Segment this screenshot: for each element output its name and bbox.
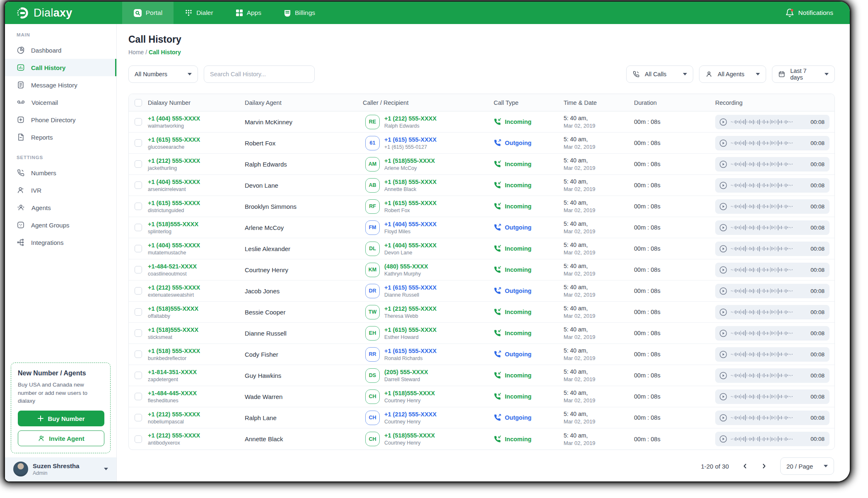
caller-number: +1 (212) 555-XXXX	[384, 411, 436, 418]
recording-duration: 00:08	[810, 161, 825, 167]
dialaxy-logo-icon	[17, 6, 31, 20]
recording-player[interactable]: 00:08	[715, 389, 829, 404]
agents-filter-dropdown[interactable]: All Agents	[699, 65, 766, 83]
waveform	[731, 372, 807, 378]
next-page-button[interactable]	[757, 459, 771, 473]
row-checkbox[interactable]	[135, 329, 142, 337]
play-icon[interactable]	[719, 287, 727, 295]
prev-page-button[interactable]	[738, 459, 752, 473]
recording-player[interactable]: 00:08	[715, 411, 829, 425]
date-range-filter-dropdown[interactable]: Last 7 days	[772, 65, 835, 83]
nav-tab-billings[interactable]: Billings	[272, 2, 326, 24]
sidebar-item-reports[interactable]: Reports	[5, 128, 116, 146]
recording-player[interactable]: 00:08	[715, 136, 829, 150]
sidebar-item-agent-groups[interactable]: Agent Groups	[5, 216, 116, 234]
table-row: +1 (212) 555-XXXX antibodyxerox Annette …	[129, 428, 834, 450]
play-icon[interactable]	[719, 139, 727, 147]
recording-player[interactable]: 00:08	[715, 284, 829, 298]
recording-player[interactable]: 00:08	[715, 157, 829, 172]
recording-player[interactable]: 00:08	[715, 242, 829, 256]
row-checkbox[interactable]	[135, 372, 142, 379]
search-input[interactable]	[210, 71, 309, 77]
sidebar-item-phone-directory[interactable]: Phone Directory	[5, 111, 116, 128]
user-menu[interactable]: Suzen Shrestha Admin	[5, 457, 116, 481]
recording-player[interactable]: 00:08	[715, 178, 829, 193]
row-checkbox[interactable]	[135, 266, 142, 273]
recording-player[interactable]: 00:08	[715, 305, 829, 319]
integrations-icon	[17, 238, 25, 247]
buy-number-button[interactable]: Buy Number	[18, 411, 104, 426]
recording-player[interactable]: 00:08	[715, 368, 829, 383]
table-row: +1 (518)555-XXXX sticksmeat Dianne Russe…	[129, 323, 834, 344]
agent-name: Arlene McCoy	[245, 224, 363, 231]
play-icon[interactable]	[719, 203, 727, 210]
caller-initials-badge: CH	[365, 432, 380, 446]
play-icon[interactable]	[719, 224, 727, 232]
sidebar-item-call-history[interactable]: Call History	[5, 59, 116, 76]
row-checkbox[interactable]	[135, 414, 142, 421]
row-checkbox[interactable]	[135, 287, 142, 295]
row-checkbox[interactable]	[135, 308, 142, 316]
call-date: Mar 02, 2019	[564, 376, 634, 382]
waveform	[731, 351, 807, 357]
row-checkbox[interactable]	[135, 181, 142, 189]
brand-logo[interactable]: Dialaxy	[17, 2, 72, 24]
recording-player[interactable]: 00:08	[715, 263, 829, 277]
main-content: Call History Home / Call History All Num…	[117, 24, 850, 481]
play-icon[interactable]	[719, 118, 727, 126]
caller-name: Devon Lane	[384, 250, 436, 256]
recording-player[interactable]: 00:08	[715, 220, 829, 235]
recording-player[interactable]: 00:08	[715, 326, 829, 341]
play-icon[interactable]	[719, 351, 727, 358]
play-icon[interactable]	[719, 308, 727, 316]
call-type-label: Incoming	[505, 161, 531, 167]
col-duration: Duration	[634, 99, 715, 106]
sidebar-item-ivr[interactable]: IVR	[5, 181, 116, 199]
play-icon[interactable]	[719, 266, 727, 274]
call-date: Mar 02, 2019	[564, 165, 634, 171]
play-icon[interactable]	[719, 435, 727, 443]
recording-player[interactable]: 00:08	[715, 347, 829, 362]
row-checkbox[interactable]	[135, 351, 142, 358]
sidebar-item-agents[interactable]: Agents	[5, 199, 116, 216]
notifications-button[interactable]: Notifications	[785, 2, 833, 24]
sidebar-item-dashboard[interactable]: Dashboard	[5, 41, 116, 59]
row-checkbox[interactable]	[135, 203, 142, 210]
search-box[interactable]	[204, 65, 315, 83]
numbers-filter-dropdown[interactable]: All Numbers	[128, 65, 198, 83]
nav-tab-dialer[interactable]: Dialer	[174, 2, 224, 24]
row-checkbox[interactable]	[135, 160, 142, 168]
sidebar-item-numbers[interactable]: Numbers	[5, 164, 116, 181]
row-checkbox[interactable]	[135, 118, 142, 126]
per-page-select[interactable]: 20 / Page	[780, 457, 834, 475]
col-time-date: Time & Date	[564, 99, 634, 106]
nav-tab-apps[interactable]: Apps	[224, 2, 272, 24]
row-checkbox[interactable]	[135, 435, 142, 443]
sidebar-item-integrations[interactable]: Integrations	[5, 234, 116, 251]
row-checkbox[interactable]	[135, 139, 142, 147]
invite-agent-button[interactable]: Invite Agent	[18, 430, 104, 446]
sidebar-item-message-history[interactable]: Message History	[5, 76, 116, 94]
play-icon[interactable]	[719, 372, 727, 380]
play-icon[interactable]	[719, 329, 727, 337]
caller-initials-badge: DL	[365, 242, 380, 256]
play-icon[interactable]	[719, 393, 727, 401]
recording-player[interactable]: 00:08	[715, 115, 829, 129]
row-checkbox[interactable]	[135, 393, 142, 400]
dialaxy-number-label: arsenicirrelevant	[148, 186, 245, 192]
recording-player[interactable]: 00:08	[715, 199, 829, 214]
table-row: +1 (518)555-XXXX splinterlog Arlene McCo…	[129, 217, 834, 238]
call-type-filter-dropdown[interactable]: All Calls	[626, 65, 693, 83]
recording-player[interactable]: 00:08	[715, 432, 829, 446]
play-icon[interactable]	[719, 160, 727, 168]
select-all-checkbox[interactable]	[135, 99, 142, 106]
row-checkbox[interactable]	[135, 224, 142, 231]
play-icon[interactable]	[719, 245, 727, 253]
breadcrumb-home[interactable]: Home	[128, 49, 144, 56]
dialaxy-number-label: bunkbedreflector	[148, 355, 245, 361]
sidebar-item-voicemail[interactable]: Voicemail	[5, 94, 116, 111]
play-icon[interactable]	[719, 181, 727, 189]
play-icon[interactable]	[719, 414, 727, 422]
row-checkbox[interactable]	[135, 245, 142, 252]
nav-tab-portal[interactable]: Portal	[122, 2, 174, 24]
